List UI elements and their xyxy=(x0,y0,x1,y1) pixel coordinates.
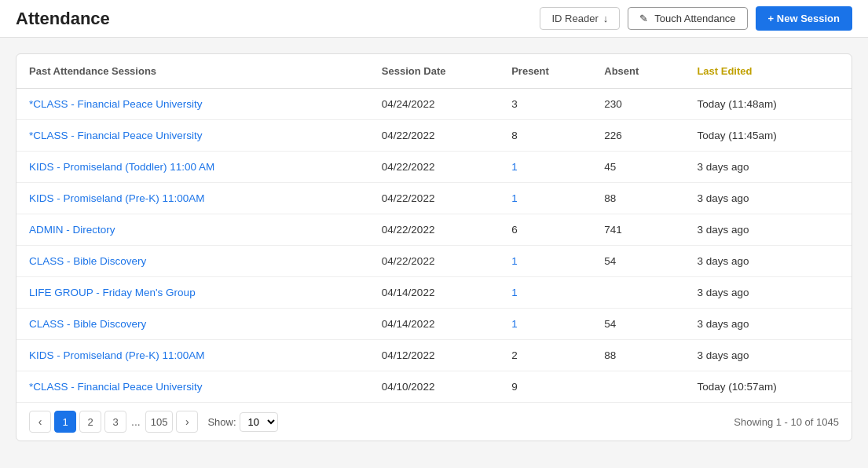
table-row: CLASS - Bible Discovery04/22/20221543 da… xyxy=(16,246,852,277)
session-last-edited: 3 days ago xyxy=(684,214,852,246)
session-last-edited: 3 days ago xyxy=(684,277,852,309)
session-absent xyxy=(591,277,684,309)
present-link[interactable]: 1 xyxy=(511,255,518,267)
show-control: Show: 10 25 50 xyxy=(207,412,277,432)
download-icon xyxy=(603,13,609,24)
session-name-link[interactable]: LIFE GROUP - Friday Men's Group xyxy=(29,287,196,298)
touch-attendance-label: Touch Attendance xyxy=(654,13,735,24)
session-name-link[interactable]: *CLASS - Financial Peace University xyxy=(29,381,203,393)
col-header-present: Present xyxy=(499,54,591,89)
table-row: LIFE GROUP - Friday Men's Group04/14/202… xyxy=(16,277,852,309)
touch-icon xyxy=(639,13,650,24)
top-bar: Attendance ID Reader Touch Attendance + … xyxy=(0,0,868,38)
session-absent xyxy=(591,371,684,403)
session-last-edited: Today (11:48am) xyxy=(684,89,852,120)
table-row: *CLASS - Financial Peace University04/10… xyxy=(16,371,852,403)
table-row: KIDS - Promiseland (Pre-K) 11:00AM04/22/… xyxy=(16,183,852,214)
session-present: 1 xyxy=(499,277,591,309)
table-row: *CLASS - Financial Peace University04/22… xyxy=(16,120,852,152)
table-header-row: Past Attendance Sessions Session Date Pr… xyxy=(16,54,852,89)
session-present: 1 xyxy=(499,183,591,214)
session-present: 1 xyxy=(499,152,591,183)
pagination-dots: ... xyxy=(130,415,142,428)
session-absent: 54 xyxy=(591,246,684,277)
col-header-last-edited: Last Edited xyxy=(684,54,852,89)
present-link[interactable]: 1 xyxy=(511,192,518,204)
show-label: Show: xyxy=(207,416,236,428)
session-absent: 226 xyxy=(591,120,684,152)
attendance-table: Past Attendance Sessions Session Date Pr… xyxy=(16,54,852,402)
session-last-edited: 3 days ago xyxy=(684,152,852,183)
session-present: 1 xyxy=(499,309,591,340)
session-date: 04/14/2022 xyxy=(369,309,499,340)
session-present: 2 xyxy=(499,340,591,371)
session-date: 04/22/2022 xyxy=(369,214,499,246)
page-105-button[interactable]: 105 xyxy=(145,411,174,433)
col-header-absent: Absent xyxy=(591,54,684,89)
session-last-edited: 3 days ago xyxy=(684,183,852,214)
session-present: 1 xyxy=(499,246,591,277)
page-1-button[interactable]: 1 xyxy=(54,411,76,433)
present-link[interactable]: 1 xyxy=(511,287,518,298)
table-row: ADMIN - Directory04/22/202267413 days ag… xyxy=(16,214,852,246)
main-content: Past Attendance Sessions Session Date Pr… xyxy=(0,38,868,457)
session-name-link[interactable]: *CLASS - Financial Peace University xyxy=(29,98,203,110)
session-date: 04/12/2022 xyxy=(369,340,499,371)
page-title: Attendance xyxy=(16,9,110,29)
session-absent: 88 xyxy=(591,183,684,214)
prev-page-button[interactable]: ‹ xyxy=(29,411,51,433)
session-date: 04/22/2022 xyxy=(369,183,499,214)
session-name-link[interactable]: *CLASS - Financial Peace University xyxy=(29,130,203,141)
col-header-date: Session Date xyxy=(369,54,499,89)
session-absent: 54 xyxy=(591,309,684,340)
session-date: 04/22/2022 xyxy=(369,246,499,277)
id-reader-button[interactable]: ID Reader xyxy=(540,7,620,30)
touch-attendance-button[interactable]: Touch Attendance xyxy=(628,7,747,30)
present-link[interactable]: 1 xyxy=(511,161,518,173)
table-row: CLASS - Bible Discovery04/14/20221543 da… xyxy=(16,309,852,340)
session-present: 9 xyxy=(499,371,591,403)
showing-text: Showing 1 - 10 of 1045 xyxy=(734,416,839,428)
session-name-link[interactable]: ADMIN - Directory xyxy=(29,224,115,236)
col-header-name: Past Attendance Sessions xyxy=(16,54,369,89)
table-row: KIDS - Promiseland (Toddler) 11:00 AM04/… xyxy=(16,152,852,183)
table-row: KIDS - Promiseland (Pre-K) 11:00AM04/12/… xyxy=(16,340,852,371)
session-date: 04/22/2022 xyxy=(369,152,499,183)
new-session-label: + New Session xyxy=(768,13,840,24)
session-present: 3 xyxy=(499,89,591,120)
id-reader-label: ID Reader xyxy=(551,13,598,24)
session-name-link[interactable]: KIDS - Promiseland (Pre-K) 11:00AM xyxy=(29,192,205,204)
next-page-button[interactable]: › xyxy=(176,411,198,433)
table-row: *CLASS - Financial Peace University04/24… xyxy=(16,89,852,120)
session-last-edited: 3 days ago xyxy=(684,309,852,340)
session-present: 6 xyxy=(499,214,591,246)
show-select[interactable]: 10 25 50 xyxy=(240,412,278,432)
attendance-card: Past Attendance Sessions Session Date Pr… xyxy=(16,53,852,441)
footer-bar: View Attendance Reports xyxy=(0,457,868,468)
session-absent: 230 xyxy=(591,89,684,120)
top-actions: ID Reader Touch Attendance + New Session xyxy=(540,6,852,31)
session-last-edited: 3 days ago xyxy=(684,340,852,371)
session-present: 8 xyxy=(499,120,591,152)
pagination-bar: ‹ 1 2 3 ... 105 › Show: 10 25 50 Showing… xyxy=(16,402,852,441)
session-name-link[interactable]: CLASS - Bible Discovery xyxy=(29,255,146,267)
session-absent: 45 xyxy=(591,152,684,183)
session-absent: 741 xyxy=(591,214,684,246)
session-date: 04/10/2022 xyxy=(369,371,499,403)
session-date: 04/22/2022 xyxy=(369,120,499,152)
session-absent: 88 xyxy=(591,340,684,371)
new-session-button[interactable]: + New Session xyxy=(756,6,852,31)
page-3-button[interactable]: 3 xyxy=(104,411,126,433)
session-last-edited: Today (11:45am) xyxy=(684,120,852,152)
present-link[interactable]: 1 xyxy=(511,318,518,330)
session-last-edited: Today (10:57am) xyxy=(684,371,852,403)
session-name-link[interactable]: KIDS - Promiseland (Toddler) 11:00 AM xyxy=(29,161,214,173)
page-2-button[interactable]: 2 xyxy=(79,411,101,433)
session-name-link[interactable]: CLASS - Bible Discovery xyxy=(29,318,146,330)
session-last-edited: 3 days ago xyxy=(684,246,852,277)
session-name-link[interactable]: KIDS - Promiseland (Pre-K) 11:00AM xyxy=(29,349,205,361)
session-date: 04/14/2022 xyxy=(369,277,499,309)
session-date: 04/24/2022 xyxy=(369,89,499,120)
